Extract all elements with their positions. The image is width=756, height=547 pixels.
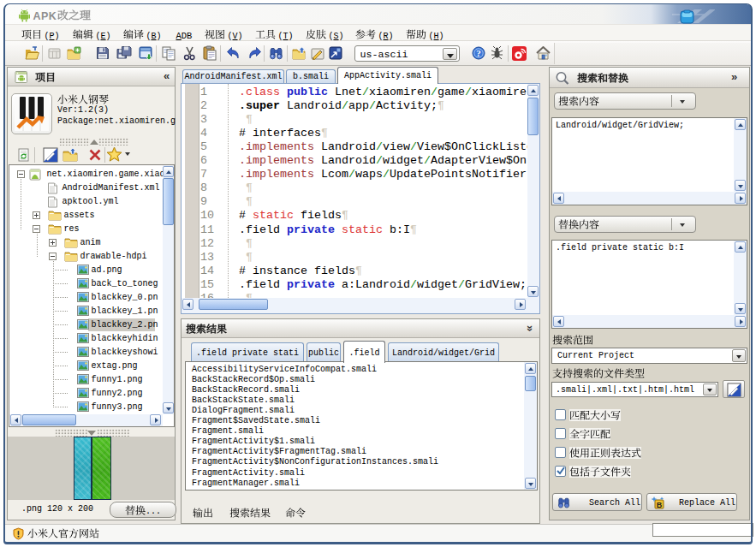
svg-text:?: ? (476, 48, 481, 58)
svg-text:B: B (657, 501, 663, 509)
